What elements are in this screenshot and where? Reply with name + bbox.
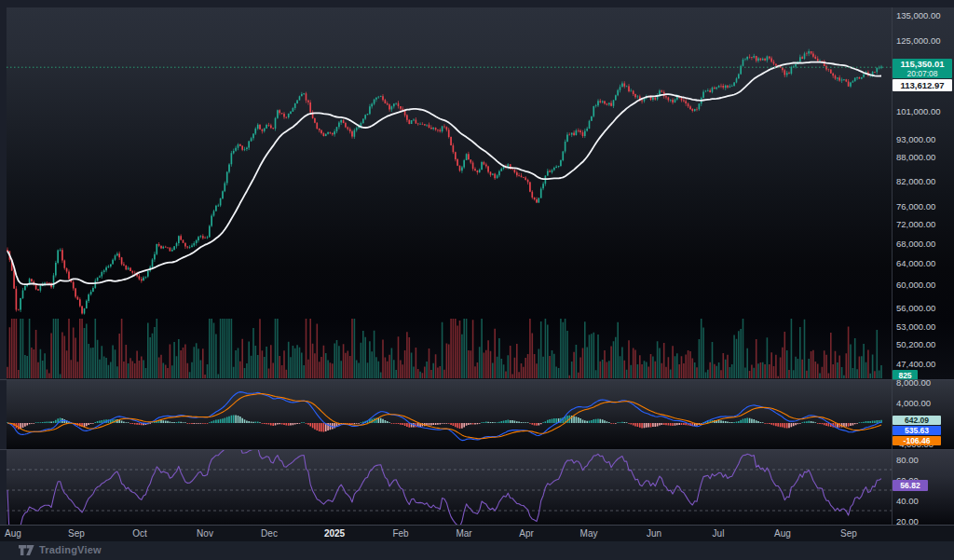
time-axis-label: Oct <box>132 528 147 539</box>
price-axis-label: 101,000.00 <box>896 106 941 116</box>
price-axis-label: 125,000.00 <box>896 35 941 46</box>
price-axis-label: 60,000.00 <box>896 280 935 290</box>
chart-pane-rsi[interactable] <box>0 450 954 525</box>
price-axis-label: 72,000.00 <box>896 219 935 229</box>
price-axis-label: 93,000.00 <box>896 134 935 144</box>
time-axis-label: Dec <box>261 528 278 539</box>
time-axis-scale[interactable]: AugSepOctNovDec2025FebMarAprMayJunJulAug… <box>0 525 954 541</box>
time-axis-label: Jul <box>713 528 725 539</box>
current-price-badge: 115,350.01 20:07:08 <box>893 59 952 78</box>
ma-value-badge: 113,612.97 <box>893 79 952 91</box>
tradingview-logo-text: TradingView <box>39 544 102 555</box>
bottom-toolbar: TradingView <box>0 541 954 560</box>
price-axis-label: 64,000.00 <box>896 258 935 268</box>
tradingview-logo[interactable]: TradingView <box>19 544 102 555</box>
chart-pane-price[interactable] <box>0 7 954 379</box>
macd-axis-label: 4,000.00 <box>896 398 931 408</box>
rsi-axis-label: 80.00 <box>896 455 919 465</box>
time-axis-label: Sep <box>840 528 857 539</box>
pane-separator-price-macd[interactable] <box>0 379 954 380</box>
price-axis-label: 76,000.00 <box>896 201 935 212</box>
tradingview-chart-window: 135,000.00125,000.00117,000.00101,000.00… <box>0 0 954 560</box>
price-axis-label: 82,000.00 <box>896 176 935 186</box>
macd-histogram-badge: 642.09 <box>893 416 941 425</box>
rsi-axis-label: 40.00 <box>896 496 919 506</box>
time-axis-label: Feb <box>392 528 408 539</box>
rsi-value-badge: 56.82 <box>893 480 928 491</box>
price-axis-label: 53,000.00 <box>896 321 935 332</box>
price-axis-label: 135,000.00 <box>896 10 941 20</box>
price-axis-label: 88,000.00 <box>896 152 935 162</box>
time-axis-label: 2025 <box>324 528 345 539</box>
price-axis-label: 56,000.00 <box>896 303 935 313</box>
tradingview-logo-icon <box>19 545 34 555</box>
time-axis-label: May <box>580 528 598 539</box>
pane-separator-macd-rsi[interactable] <box>0 449 954 450</box>
chart-left-margin <box>0 7 7 525</box>
bar-close-countdown: 20:07:08 <box>906 69 937 78</box>
time-axis-label: Jun <box>647 528 661 539</box>
price-axis-label: 47,400.00 <box>896 359 935 369</box>
macd-line-badge: 535.63 <box>893 426 941 435</box>
price-axis-label: 50,200.00 <box>896 339 935 349</box>
time-axis-label: Nov <box>197 528 213 539</box>
time-axis-label: Sep <box>68 528 85 539</box>
time-axis-label: Mar <box>456 528 471 539</box>
time-axis-label: Aug <box>774 528 791 539</box>
time-axis-label: Aug <box>5 528 21 539</box>
price-scale-separator <box>892 7 893 540</box>
current-price-value: 115,350.01 <box>900 60 944 69</box>
chart-pane-macd[interactable] <box>0 380 954 449</box>
macd-signal-badge: -106.46 <box>893 436 941 445</box>
time-axis-label: Apr <box>519 528 534 539</box>
price-axis-label: 68,000.00 <box>896 239 935 249</box>
